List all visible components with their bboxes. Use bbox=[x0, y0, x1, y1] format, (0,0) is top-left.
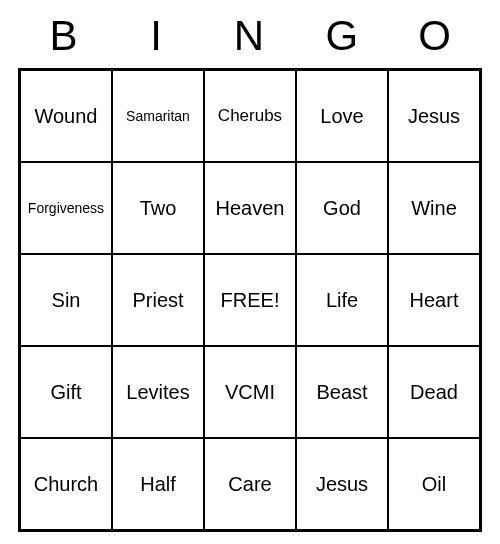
bingo-cell-1-2[interactable]: Heaven bbox=[204, 162, 296, 254]
bingo-cell-4-2[interactable]: Care bbox=[204, 438, 296, 530]
bingo-cell-3-1[interactable]: Levites bbox=[112, 346, 204, 438]
bingo-cell-2-1[interactable]: Priest bbox=[112, 254, 204, 346]
bingo-cell-3-3[interactable]: Beast bbox=[296, 346, 388, 438]
bingo-cell-1-3[interactable]: God bbox=[296, 162, 388, 254]
bingo-cell-0-4[interactable]: Jesus bbox=[388, 70, 480, 162]
header-letter-o: O bbox=[389, 12, 482, 60]
bingo-cell-0-3[interactable]: Love bbox=[296, 70, 388, 162]
bingo-cell-2-0[interactable]: Sin bbox=[20, 254, 112, 346]
bingo-cell-1-1[interactable]: Two bbox=[112, 162, 204, 254]
header-letter-i: I bbox=[111, 12, 204, 60]
bingo-cell-4-1[interactable]: Half bbox=[112, 438, 204, 530]
bingo-cell-0-1[interactable]: Samaritan bbox=[112, 70, 204, 162]
bingo-cell-3-2[interactable]: VCMI bbox=[204, 346, 296, 438]
bingo-cell-2-4[interactable]: Heart bbox=[388, 254, 480, 346]
bingo-cell-1-4[interactable]: Wine bbox=[388, 162, 480, 254]
bingo-cell-3-0[interactable]: Gift bbox=[20, 346, 112, 438]
bingo-cell-1-0[interactable]: Forgiveness bbox=[20, 162, 112, 254]
bingo-cell-4-3[interactable]: Jesus bbox=[296, 438, 388, 530]
bingo-cell-3-4[interactable]: Dead bbox=[388, 346, 480, 438]
header-letter-g: G bbox=[296, 12, 389, 60]
bingo-grid: WoundSamaritanCherubsLoveJesusForgivenes… bbox=[18, 68, 482, 532]
bingo-cell-2-2[interactable]: FREE! bbox=[204, 254, 296, 346]
bingo-cell-0-0[interactable]: Wound bbox=[20, 70, 112, 162]
header-letter-b: B bbox=[18, 12, 111, 60]
bingo-cell-0-2[interactable]: Cherubs bbox=[204, 70, 296, 162]
bingo-cell-4-0[interactable]: Church bbox=[20, 438, 112, 530]
bingo-header-row: B I N G O bbox=[18, 12, 482, 60]
bingo-cell-2-3[interactable]: Life bbox=[296, 254, 388, 346]
bingo-cell-4-4[interactable]: Oil bbox=[388, 438, 480, 530]
header-letter-n: N bbox=[204, 12, 297, 60]
